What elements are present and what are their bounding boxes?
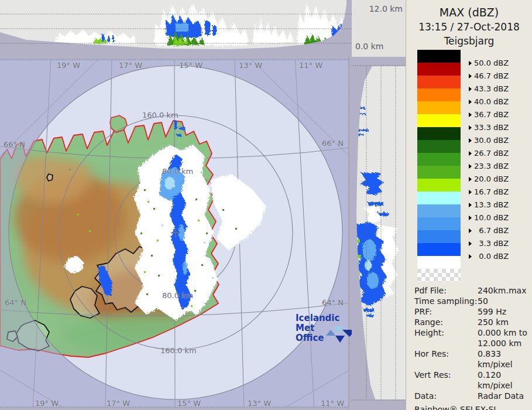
legend-swatch: [417, 243, 461, 256]
metadata-value: 12.000 km: [478, 338, 521, 348]
height-axis-max-label: 12.0 km: [369, 4, 403, 13]
legend-swatch: [417, 192, 461, 204]
metadata-row: Time sampling:50: [414, 296, 529, 306]
legend-swatch: [417, 153, 461, 166]
radar-map-view[interactable]: 19° W17° W15° W13° W11° W19° W17° W15° W…: [0, 57, 352, 410]
legend: 50.0 dBZ46.7 dBZ43.3 dBZ40.0 dBZ36.7 dBZ…: [406, 50, 532, 282]
legend-band: 33.3 dBZ: [406, 114, 532, 127]
metadata-value: 0.000 km to: [478, 327, 527, 338]
legend-swatch: [417, 101, 461, 114]
metadata-label: Time sampling:: [414, 296, 478, 306]
radar-map-canvas: [0, 57, 352, 410]
metadata-value: 0.833 km/pixel: [478, 348, 529, 370]
timestamp: 13:15 / 27-Oct-2018: [406, 21, 532, 33]
info-panel: MAX (dBZ) 13:15 / 27-Oct-2018 Teigsbjarg…: [406, 0, 532, 410]
ew-cross-section: [0, 0, 352, 57]
legend-swatch: [417, 179, 461, 192]
legend-band: 3.3 dBZ: [406, 230, 532, 243]
product-title: MAX (dBZ): [406, 6, 532, 19]
metadata-label: [414, 338, 478, 348]
metadata-label: Hor Res:: [414, 348, 478, 370]
legend-band: 13.3 dBZ: [406, 192, 532, 204]
legend-swatch: [417, 204, 461, 217]
legend-band-transparent: [406, 269, 532, 282]
legend-band-white: [406, 256, 532, 269]
legend-swatch: [417, 166, 461, 179]
legend-band: 30.0 dBZ: [406, 127, 532, 140]
legend-swatch: [417, 140, 461, 153]
metadata-label: Data:: [414, 391, 478, 401]
software-name: Rainbow® SELEX-SI: [414, 405, 529, 410]
metadata-row: 12.000 km: [414, 338, 529, 348]
ns-cross-section: [352, 57, 406, 410]
metadata-row: Data:Radar Data: [414, 391, 529, 401]
height-axis-box: 12.0 km 0.0 km: [352, 0, 406, 57]
legend-swatch: [417, 127, 461, 140]
legend-band: 26.7 dBZ: [406, 140, 532, 153]
legend-swatch: [417, 217, 461, 230]
legend-swatch: [417, 76, 461, 88]
metadata-value: Radar Data: [478, 391, 524, 401]
metadata-label: Height:: [414, 327, 478, 338]
legend-band: 0.0 dBZ: [406, 243, 532, 256]
metadata-row: Pdf File:240km.max: [414, 285, 529, 296]
met-office-logo: Icelandic Met Office: [296, 313, 352, 343]
metadata-label: Pdf File:: [414, 285, 478, 296]
met-office-logo-triangles-icon: [318, 323, 352, 343]
metadata-label: Vert Res:: [414, 370, 478, 391]
ew-cross-section-canvas: [0, 0, 352, 57]
metadata-row: Range:250 km: [414, 317, 529, 327]
legend-band: 46.7 dBZ: [406, 63, 532, 76]
legend-swatch: [417, 230, 461, 243]
legend-band: 50.0 dBZ: [406, 50, 532, 63]
metadata-row: Vert Res:0.120 km/pixel: [414, 370, 529, 391]
legend-band: 20.0 dBZ: [406, 166, 532, 179]
metadata-label: Range:: [414, 317, 478, 327]
metadata-label: PRF:: [414, 306, 478, 317]
station-name: Teigsbjarg: [406, 35, 532, 47]
ns-cross-section-canvas: [352, 57, 406, 410]
metadata-value: 250 km: [478, 317, 509, 327]
scan-metadata: Pdf File:240km.maxTime sampling:50PRF:59…: [414, 285, 529, 410]
metadata-row: Hor Res:0.833 km/pixel: [414, 348, 529, 370]
legend-swatch: [417, 114, 461, 127]
legend-swatch: [417, 50, 461, 63]
metadata-value: 50: [478, 296, 488, 306]
legend-bands: 50.0 dBZ46.7 dBZ43.3 dBZ40.0 dBZ36.7 dBZ…: [406, 50, 532, 256]
metadata-value: 0.120 km/pixel: [478, 370, 529, 391]
legend-band: 6.7 dBZ: [406, 217, 532, 230]
metadata-value: 240km.max: [478, 285, 526, 296]
legend-band: 40.0 dBZ: [406, 88, 532, 101]
legend-swatch: [417, 88, 461, 101]
legend-band: 23.3 dBZ: [406, 153, 532, 166]
legend-band: 10.0 dBZ: [406, 204, 532, 217]
height-axis-min-label: 0.0 km: [355, 42, 383, 51]
metadata-value: 599 Hz: [478, 306, 506, 317]
legend-band: 36.7 dBZ: [406, 101, 532, 114]
metadata-row: Height:0.000 km to: [414, 327, 529, 338]
legend-swatch: [417, 63, 461, 76]
legend-band: 43.3 dBZ: [406, 76, 532, 88]
legend-band: 16.7 dBZ: [406, 179, 532, 192]
metadata-row: PRF:599 Hz: [414, 306, 529, 317]
